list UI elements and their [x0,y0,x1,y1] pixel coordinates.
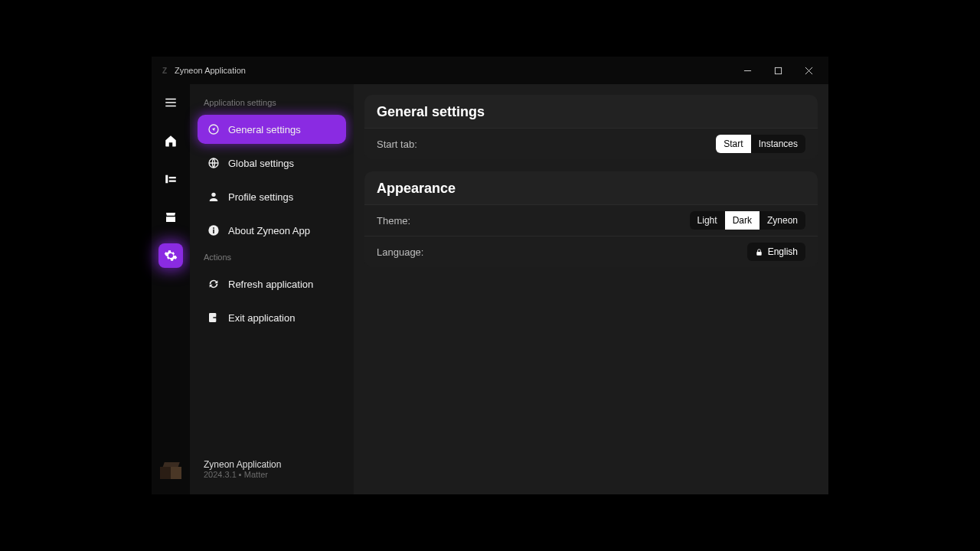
row-start-tab: Start tab: Start Instances [364,128,818,159]
svg-rect-5 [169,177,176,178]
app-logo-icon: Z [159,65,170,76]
lock-icon [755,248,763,256]
label-theme: Theme: [377,215,410,227]
sidebar-item-label: Refresh application [228,279,313,290]
store-icon [164,210,178,224]
minimize-button[interactable] [738,61,756,80]
app-title: Zyneon Application [175,66,246,75]
rail-footer-logo [158,459,183,484]
svg-rect-14 [756,252,761,256]
segmented-start-tab: Start Instances [716,135,805,153]
sidebar-item-label: Exit application [228,312,295,324]
seg-instances[interactable]: Instances [751,135,805,153]
menu-icon [164,96,178,109]
rail-settings-button[interactable] [158,243,183,268]
sidebar: Application settings General settings Gl… [190,84,354,494]
refresh-icon [207,277,220,291]
maximize-button[interactable] [769,61,787,80]
rail-library-button[interactable] [158,167,183,191]
nav-rail [152,84,190,494]
svg-rect-1 [775,67,781,73]
row-language: Language: English [364,236,818,267]
sidebar-section-app-settings: Application settings [198,95,346,115]
panel-appearance: Appearance Theme: Light Dark Zyneon Lang… [364,171,818,267]
segmented-theme: Light Dark Zyneon [690,211,805,230]
sidebar-section-actions: Actions [198,249,346,269]
sidebar-item-profile-settings[interactable]: Profile settings [198,182,346,211]
sidebar-item-label: General settings [228,124,301,135]
label-language: Language: [377,246,423,258]
panel-general: General settings Start tab: Start Instan… [364,95,818,159]
sidebar-item-label: About Zyneon App [228,225,310,236]
sidebar-item-global-settings[interactable]: Global settings [198,148,346,178]
sidebar-footer: Zyneon Application 2024.3.1 ▪ Matter [198,459,346,484]
gear-icon [164,249,178,262]
row-theme: Theme: Light Dark Zyneon [364,204,818,236]
language-text: English [768,246,798,257]
home-icon [164,134,178,148]
sidebar-item-label: Profile settings [228,191,293,203]
footer-app-name: Zyneon Application [204,459,340,470]
cube-icon [160,462,181,481]
seg-start[interactable]: Start [716,135,750,153]
seg-theme-dark[interactable]: Dark [725,211,760,230]
svg-rect-6 [169,181,176,182]
compass-icon [207,122,220,136]
sidebar-item-general-settings[interactable]: General settings [198,115,346,144]
language-value[interactable]: English [747,243,805,261]
label-start-tab: Start tab: [377,139,417,150]
rail-store-button[interactable] [158,205,183,230]
globe-icon [207,156,220,170]
content-area: General settings Start tab: Start Instan… [354,84,828,494]
footer-version: 2024.3.1 ▪ Matter [204,470,340,479]
sidebar-item-label: Global settings [228,158,294,169]
titlebar: Z Zyneon Application [152,57,828,84]
app-window: Z Zyneon Application [152,57,828,494]
svg-rect-12 [213,230,214,233]
close-button[interactable] [799,61,818,80]
window-controls [738,61,821,80]
sidebar-item-refresh[interactable]: Refresh application [198,269,346,298]
seg-theme-zyneon[interactable]: Zyneon [760,211,805,230]
person-icon [207,190,220,204]
svg-point-9 [211,193,215,197]
svg-rect-4 [165,175,168,184]
app-body: Application settings General settings Gl… [152,84,828,494]
sidebar-item-exit[interactable]: Exit application [198,303,346,332]
sidebar-item-about[interactable]: About Zyneon App [198,216,346,245]
panel-title-general: General settings [377,104,805,120]
library-icon [164,172,178,186]
seg-theme-light[interactable]: Light [690,211,725,230]
info-icon [207,223,220,237]
rail-menu-button[interactable] [158,90,183,115]
rail-home-button[interactable] [158,129,183,153]
svg-point-11 [213,227,214,229]
exit-icon [207,311,220,324]
panel-title-appearance: Appearance [377,181,805,197]
